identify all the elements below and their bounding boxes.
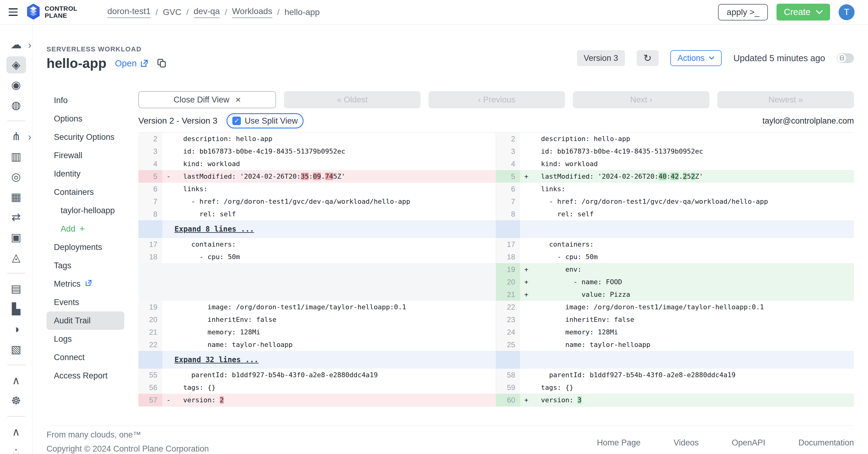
- sidebar-item-metrics[interactable]: Metrics: [46, 275, 124, 293]
- code-text: tags: {}: [533, 381, 573, 394]
- diff-nav-button-newest[interactable]: Newest »: [717, 91, 854, 108]
- diff-marker: [520, 195, 533, 208]
- diff-row-old-empty: [138, 275, 496, 288]
- footer-link-documentation[interactable]: Documentation: [798, 438, 854, 448]
- diff-row-old-3: 3 id: bb167873-b0be-4c19-8435-51379b0952…: [138, 145, 496, 158]
- main-column: SERVERLESS WORKLOAD hello-app Open Versi…: [32, 25, 868, 454]
- sidebar-item-options[interactable]: Options: [46, 109, 124, 128]
- sidebar-item-label: Logs: [54, 334, 72, 344]
- metrics-chart-icon[interactable]: ▙: [6, 300, 26, 318]
- sidebar-item-firewall[interactable]: Firewall: [46, 146, 124, 165]
- sidebar-item-taylor-helloapp[interactable]: taylor-helloapp: [46, 201, 124, 220]
- collapse-chevron-up-icon-2[interactable]: ∧: [6, 423, 26, 441]
- audit-log-icon[interactable]: ▤: [6, 280, 26, 297]
- breadcrumb-item-dev-qa[interactable]: dev-qa: [194, 6, 220, 18]
- users-icon[interactable]: ∴: [6, 444, 26, 454]
- kubernetes-icon[interactable]: ☸: [6, 392, 26, 409]
- chevron-right-icon[interactable]: ›: [28, 131, 31, 142]
- code-text: version: 3: [533, 394, 582, 406]
- control-plane-logo[interactable]: CONTROLPLANE: [26, 4, 78, 21]
- breadcrumb-item-doron-test1[interactable]: doron-test1: [107, 6, 151, 18]
- line-number: 7: [496, 195, 520, 208]
- workloads-layers-icon[interactable]: ◈: [6, 56, 26, 73]
- diff-marker: [162, 301, 175, 313]
- identity-fingerprint-icon[interactable]: ◉: [6, 76, 26, 94]
- breadcrumb-item-GVC[interactable]: GVC: [163, 7, 182, 17]
- footer-link-openapi[interactable]: OpenAPI: [732, 438, 766, 448]
- sidebar-item-access-report[interactable]: Access Report: [46, 366, 124, 385]
- diff-marker: +: [520, 394, 533, 406]
- diff-row-new-7: 7 - href: /org/doron-test1/gvc/dev-qa/wo…: [496, 195, 854, 208]
- sidebar-item-label: Events: [54, 298, 79, 307]
- refresh-button[interactable]: ↻: [637, 50, 659, 66]
- sidebar-item-logs[interactable]: Logs: [46, 330, 124, 348]
- diff-row-old-4: 4 kind: workload: [138, 158, 496, 170]
- diff-nav-button-oldest[interactable]: « Oldest: [284, 91, 421, 108]
- usage-pie-icon[interactable]: ◑: [6, 321, 26, 338]
- diff-row-new-20: 20+ - name: FOOD: [496, 275, 854, 288]
- footer-link-home-page[interactable]: Home Page: [597, 438, 641, 448]
- diff-marker: [162, 238, 175, 251]
- expand-lines-link[interactable]: Expand 8 lines ...: [175, 225, 254, 233]
- service-mesh-icon[interactable]: ◬: [6, 249, 26, 266]
- expand-lines-link[interactable]: Expand 32 lines ...: [175, 356, 259, 364]
- sidebar-item-identity[interactable]: Identity: [46, 165, 124, 183]
- sidebar-item-deployments[interactable]: Deployments: [46, 238, 124, 256]
- code-text: memory: 128Mi: [175, 326, 260, 338]
- code-text: description: hello-app: [175, 132, 272, 145]
- sidebar-item-tags[interactable]: Tags: [46, 256, 124, 275]
- sidebar-item-connect[interactable]: Connect: [46, 348, 124, 366]
- secrets-icon[interactable]: ▣: [6, 229, 26, 246]
- code-text: name: taylor-helloapp: [175, 338, 292, 351]
- create-button[interactable]: Create: [776, 4, 830, 21]
- external-link-icon: [140, 59, 149, 68]
- code-text: description: hello-app: [533, 132, 630, 145]
- sidebar-item-security-options[interactable]: Security Options: [46, 128, 124, 146]
- diff-row-old-56: 56 tags: {}: [138, 381, 496, 394]
- domains-globe-icon[interactable]: ◎: [6, 168, 26, 185]
- line-number: [496, 351, 520, 369]
- version-badge[interactable]: Version 3: [577, 50, 625, 66]
- code-text: id: bb167873-b0be-4c19-8435-51379b0952ec: [533, 145, 703, 158]
- diff-pane-old: 2 description: hello-app3 id: bb167873-b…: [138, 132, 496, 406]
- breadcrumb-item-hello-app[interactable]: hello-app: [284, 7, 319, 17]
- use-split-view-toggle[interactable]: ✓ Use Split View: [226, 113, 304, 129]
- diff-nav-button-previous[interactable]: ‹ Previous: [429, 91, 565, 108]
- reports-icon[interactable]: ▧: [6, 341, 26, 358]
- collapse-chevron-up-icon[interactable]: ∧: [6, 372, 26, 389]
- page-title: hello-app: [46, 56, 106, 71]
- sidebar-item-add[interactable]: Add+: [46, 220, 124, 238]
- open-link[interactable]: Open: [115, 58, 149, 68]
- endpoints-web-icon[interactable]: ▦: [6, 189, 26, 205]
- diff-marker: [520, 238, 533, 251]
- org-tree-icon[interactable]: ⋔›: [6, 128, 26, 145]
- checkbox-checked-icon[interactable]: ✓: [232, 117, 241, 125]
- lock-toggle[interactable]: [837, 53, 854, 63]
- code-text: - href: /org/doron-test1/gvc/dev-qa/work…: [175, 195, 410, 208]
- audit-diff-area: Close Diff View× « Oldest‹ PreviousNext …: [138, 91, 854, 426]
- menu-hamburger-icon[interactable]: [8, 8, 18, 16]
- cloud-sync-icon[interactable]: ⇄: [6, 208, 26, 226]
- sidebar-item-events[interactable]: Events: [46, 293, 124, 312]
- footer-link-videos[interactable]: Videos: [674, 438, 699, 448]
- breadcrumb-item-Workloads[interactable]: Workloads: [232, 6, 272, 18]
- copy-name-button[interactable]: [157, 58, 166, 68]
- diff-row-old-6: 6 links:: [138, 183, 496, 195]
- code-text: links:: [175, 183, 208, 195]
- close-diff-view-button[interactable]: Close Diff View×: [138, 91, 276, 108]
- code-text: value: Pizza: [533, 288, 630, 301]
- actions-button[interactable]: Actions: [670, 50, 722, 66]
- containers-icon[interactable]: ▥: [6, 148, 26, 165]
- infrastructure-cloud-icon[interactable]: ☁›: [6, 36, 26, 53]
- sidebar-item-audit-trail[interactable]: Audit Trail: [46, 312, 124, 330]
- chevron-right-icon[interactable]: ›: [28, 39, 31, 50]
- sidebar-item-containers[interactable]: Containers: [46, 183, 124, 201]
- volumes-icon[interactable]: ◍: [6, 97, 26, 114]
- sidebar-item-info[interactable]: Info: [46, 91, 124, 109]
- user-avatar[interactable]: T: [839, 4, 855, 20]
- apply-button[interactable]: apply >_: [718, 4, 768, 21]
- diff-marker: [162, 251, 175, 263]
- diff-nav-button-next[interactable]: Next ›: [573, 91, 709, 108]
- line-number: 2: [138, 132, 162, 145]
- diff-row-old-18: 18 - cpu: 50m: [138, 251, 496, 263]
